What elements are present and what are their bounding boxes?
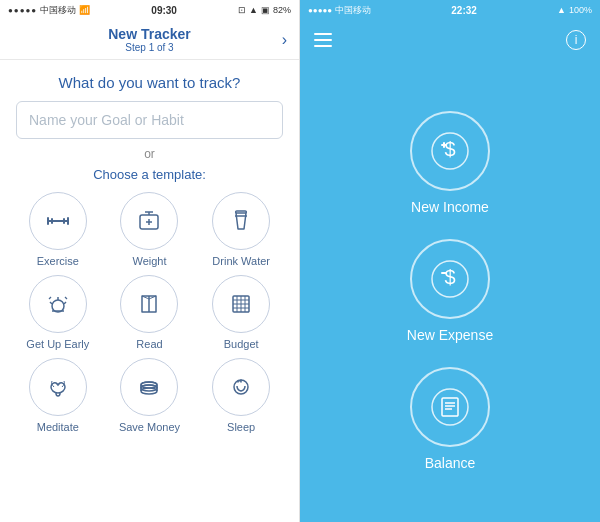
read-label: Read xyxy=(136,338,162,350)
new-income-label: New Income xyxy=(411,199,489,215)
carrier-name: 中国移动 xyxy=(40,4,76,17)
get-up-early-icon xyxy=(44,290,72,318)
signal-dots: ●●●●● xyxy=(8,6,37,15)
right-carrier: 中国移动 xyxy=(335,4,371,17)
template-save-money[interactable]: Save Money xyxy=(108,358,192,433)
balance-icon xyxy=(428,385,472,429)
new-expense-label: New Expense xyxy=(407,327,493,343)
nav-title-main: New Tracker xyxy=(108,26,191,42)
exercise-icon-circle xyxy=(29,192,87,250)
tracker-balance[interactable]: Balance xyxy=(410,367,490,471)
budget-icon-circle xyxy=(212,275,270,333)
right-panel: ●●●●● 中国移动 22:32 ▲ 100% i $ xyxy=(300,0,600,522)
svg-line-15 xyxy=(64,302,66,304)
get-up-early-label: Get Up Early xyxy=(26,338,89,350)
svg-text:$: $ xyxy=(444,138,455,160)
balance-label: Balance xyxy=(425,455,476,471)
balance-circle xyxy=(410,367,490,447)
question-text: What do you want to track? xyxy=(59,74,241,91)
template-budget[interactable]: Budget xyxy=(199,275,283,350)
nav-title: New Tracker Step 1 of 3 xyxy=(108,26,191,53)
new-expense-icon: $ xyxy=(428,257,472,301)
right-status-left: ●●●●● 中国移动 xyxy=(308,4,371,17)
left-panel: ●●●●● 中国移动 📶 09:30 ⊡ ▲ ▣ 82% New Tracker… xyxy=(0,0,300,522)
hamburger-line-1 xyxy=(314,33,332,35)
meditate-label: Meditate xyxy=(37,421,79,433)
or-text: or xyxy=(144,147,155,161)
goal-input-placeholder: Name your Goal or Habit xyxy=(29,112,184,128)
hamburger-icon[interactable] xyxy=(314,33,332,47)
location-icon: ▲ xyxy=(249,5,258,15)
hamburger-line-3 xyxy=(314,45,332,47)
read-icon-circle xyxy=(120,275,178,333)
template-grid: Exercise Weight xyxy=(16,192,283,433)
template-drink-water[interactable]: Drink Water xyxy=(199,192,283,267)
screen-icon: ⊡ xyxy=(238,5,246,15)
svg-point-39 xyxy=(432,389,468,425)
svg-point-11 xyxy=(52,300,64,312)
new-income-circle: $ xyxy=(410,111,490,191)
template-read[interactable]: Read xyxy=(108,275,192,350)
right-dots: ●●●●● xyxy=(308,6,332,15)
right-nav-bar: i xyxy=(300,20,600,60)
meditate-icon-circle xyxy=(29,358,87,416)
sleep-icon xyxy=(227,373,255,401)
left-time: 09:30 xyxy=(151,5,177,16)
left-status-bar: ●●●●● 中国移动 📶 09:30 ⊡ ▲ ▣ 82% xyxy=(0,0,299,20)
left-status-left: ●●●●● 中国移动 📶 xyxy=(8,4,90,17)
exercise-label: Exercise xyxy=(37,255,79,267)
template-weight[interactable]: Weight xyxy=(108,192,192,267)
new-income-icon: $ xyxy=(428,129,472,173)
template-get-up-early[interactable]: Get Up Early xyxy=(16,275,100,350)
budget-icon xyxy=(227,290,255,318)
battery-icon: ▣ xyxy=(261,5,270,15)
nav-bar: New Tracker Step 1 of 3 › xyxy=(0,20,299,60)
nav-chevron[interactable]: › xyxy=(282,31,287,49)
right-status-right: ▲ 100% xyxy=(557,5,592,15)
new-expense-circle: $ xyxy=(410,239,490,319)
right-battery: 100% xyxy=(569,5,592,15)
budget-label: Budget xyxy=(224,338,259,350)
weight-icon xyxy=(135,207,163,235)
svg-text:$: $ xyxy=(444,266,455,288)
sleep-icon-circle xyxy=(212,358,270,416)
exercise-icon xyxy=(44,207,72,235)
weight-label: Weight xyxy=(132,255,166,267)
right-signal: ▲ xyxy=(557,5,566,15)
save-money-icon xyxy=(135,373,163,401)
right-status-bar: ●●●●● 中国移动 22:32 ▲ 100% xyxy=(300,0,600,20)
main-content: What do you want to track? Name your Goa… xyxy=(0,60,299,433)
info-icon[interactable]: i xyxy=(566,30,586,50)
read-icon xyxy=(135,290,163,318)
svg-line-16 xyxy=(49,297,51,299)
choose-template-text: Choose a template: xyxy=(93,167,206,182)
wifi-icon: 📶 xyxy=(79,5,90,15)
drink-water-label: Drink Water xyxy=(212,255,270,267)
nav-title-sub: Step 1 of 3 xyxy=(108,42,191,53)
right-main: $ New Income $ New Expense xyxy=(300,60,600,522)
drink-water-icon xyxy=(227,207,255,235)
tracker-new-income[interactable]: $ New Income xyxy=(410,111,490,215)
save-money-icon-circle xyxy=(120,358,178,416)
save-money-label: Save Money xyxy=(119,421,180,433)
left-status-right: ⊡ ▲ ▣ 82% xyxy=(238,5,291,15)
tracker-new-expense[interactable]: $ New Expense xyxy=(407,239,493,343)
meditate-icon xyxy=(44,373,72,401)
get-up-early-icon-circle xyxy=(29,275,87,333)
template-sleep[interactable]: Sleep xyxy=(199,358,283,433)
sleep-label: Sleep xyxy=(227,421,255,433)
weight-icon-circle xyxy=(120,192,178,250)
battery-pct: 82% xyxy=(273,5,291,15)
template-meditate[interactable]: Meditate xyxy=(16,358,100,433)
svg-rect-40 xyxy=(442,398,458,416)
template-exercise[interactable]: Exercise xyxy=(16,192,100,267)
goal-input-box[interactable]: Name your Goal or Habit xyxy=(16,101,283,139)
svg-line-14 xyxy=(50,302,52,304)
hamburger-line-2 xyxy=(314,39,332,41)
svg-line-17 xyxy=(65,297,67,299)
right-time: 22:32 xyxy=(451,5,477,16)
drink-water-icon-circle xyxy=(212,192,270,250)
